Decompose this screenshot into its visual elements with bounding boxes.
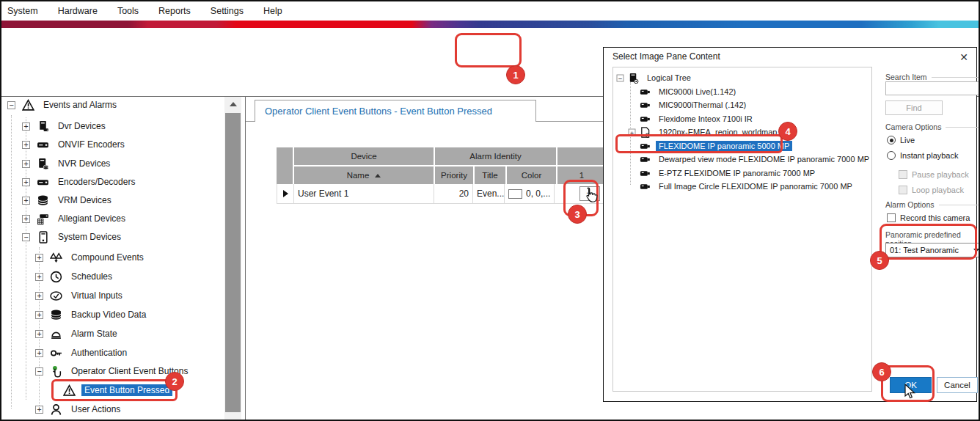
plus-expander-icon[interactable]: + — [22, 215, 30, 223]
annotation-rect-step4 — [615, 134, 783, 153]
cell-event-name[interactable]: User Event 1 — [294, 184, 434, 203]
menu-reports[interactable]: Reports — [158, 6, 191, 16]
plus-expander-icon[interactable]: + — [22, 160, 30, 168]
annotation-badge-step2: 2 — [165, 372, 184, 391]
scrollbar-up-icon[interactable] — [224, 97, 241, 111]
checkbox-icon[interactable] — [899, 186, 907, 194]
row-selector-header — [277, 147, 293, 184]
plus-expander-icon[interactable]: + — [35, 330, 43, 338]
radio-unselected-icon[interactable] — [887, 151, 896, 160]
tree-item-system-devices[interactable]: −System Devices — [3, 227, 224, 246]
tree-item-logical-tree[interactable]: −Logical Tree — [613, 71, 871, 84]
tree-item-label: VRM Devices — [55, 194, 114, 206]
minus-expander-icon[interactable]: − — [7, 101, 15, 109]
tree-item-backup-video-data[interactable]: +Backup Video Data — [3, 305, 224, 324]
minus-expander-icon[interactable]: − — [22, 233, 30, 241]
instant-playback-radio[interactable]: Instant playback — [887, 151, 959, 160]
tree-item-operator-client-event-buttons[interactable]: −Operator Client Event Buttons — [3, 362, 224, 381]
tree-item-label: Allegiant Devices — [55, 213, 128, 224]
content-tab-header[interactable]: Operator Client Event Buttons - Event Bu… — [255, 100, 536, 122]
tree-item-full-image-circle-flexidome-ip-panoramic-7000-mp[interactable]: −Full Image Circle FLEXIDOME IP panorami… — [613, 180, 871, 193]
tree-item-label: Authentication — [68, 347, 130, 359]
plus-expander-icon[interactable]: + — [22, 122, 30, 131]
tree-item-schedules[interactable]: +Schedules — [3, 267, 224, 286]
cell-title[interactable]: Even... — [473, 184, 504, 203]
plus-expander-icon[interactable]: + — [35, 292, 43, 300]
annotation-rect-step1 — [455, 33, 522, 67]
tree-item-label: Dewarped view mode FLEXIDOME IP panorami… — [656, 154, 872, 164]
tree-item-user-actions[interactable]: +User Actions — [3, 400, 224, 419]
menu-settings[interactable]: Settings — [211, 6, 244, 16]
tree-item-mic9000ithermal-142-[interactable]: −MIC9000iThermal (.142) — [613, 98, 871, 111]
column-header-priority[interactable]: Priority — [435, 166, 473, 184]
camera-icon — [639, 87, 651, 98]
menu-tools[interactable]: Tools — [117, 6, 139, 16]
tree-item-encoders-decoders[interactable]: +Encoders/Decoders — [3, 172, 224, 191]
tree-item-allegiant-devices[interactable]: +Allegiant Devices — [3, 209, 224, 228]
color-swatch[interactable] — [508, 189, 522, 199]
tree-item-label: Backup Video Data — [68, 309, 150, 321]
color-value-text: 0, 0,... — [526, 188, 550, 199]
tree-item-events-and-alarms[interactable]: −Events and Alarms — [3, 97, 224, 114]
radio-selected-icon[interactable] — [887, 136, 896, 144]
camera-icon — [639, 114, 651, 125]
plus-expander-icon[interactable]: + — [35, 254, 43, 262]
plus-expander-icon[interactable]: + — [22, 141, 30, 149]
tree-item-e-ptz-flexidome-ip-panoramic-7000-mp[interactable]: −E-PTZ FLEXIDOME IP panoramic 7000 MP — [613, 166, 871, 180]
encoder-device-icon — [35, 137, 50, 152]
virtual-input-icon — [48, 288, 63, 303]
plus-expander-icon[interactable]: + — [22, 178, 30, 186]
plus-expander-icon[interactable]: + — [35, 349, 43, 357]
menu-system[interactable]: System — [7, 6, 38, 16]
menu-help[interactable]: Help — [263, 6, 282, 16]
plus-expander-icon[interactable]: + — [22, 197, 30, 205]
group-header-alarm-identity[interactable]: Alarm Identity — [435, 147, 556, 165]
tree-item-nvr-devices[interactable]: +NVR Devices — [3, 154, 224, 173]
tree-item-onvif-encoders[interactable]: +ONVIF Encoders — [3, 135, 224, 154]
minus-expander-icon[interactable]: − — [35, 367, 43, 376]
minus-expander-icon[interactable]: − — [617, 74, 624, 81]
tree-item-alarm-state[interactable]: +Alarm State — [3, 324, 224, 343]
dialog-close-icon[interactable]: ✕ — [957, 51, 970, 64]
group-header-device[interactable]: Device — [294, 147, 434, 165]
checkbox-icon[interactable] — [887, 213, 896, 222]
dialog-title: Select Image Pane Content — [612, 51, 720, 62]
cell-color[interactable]: 0, 0,... — [505, 184, 554, 203]
tree-item-compound-events[interactable]: +Compound Events — [3, 248, 224, 267]
pause-playback-checkbox[interactable]: Pause playback — [899, 170, 969, 179]
tree-item-flexidome-inteox-7100i-ir[interactable]: −Flexidome Inteox 7100i IR — [613, 112, 871, 125]
tree-item-label: Compound Events — [68, 252, 147, 263]
tree-item-dvr-devices[interactable]: +Dvr Devices — [3, 117, 224, 136]
content-tab-title: Operator Client Event Buttons - Event Bu… — [265, 106, 492, 117]
loop-playback-checkbox[interactable]: Loop playback — [899, 186, 964, 194]
nvr-device-icon — [35, 156, 50, 171]
matrix-device-icon — [35, 211, 50, 226]
column-header-color[interactable]: Color — [507, 166, 556, 184]
column-header-name[interactable]: Name — [294, 166, 434, 184]
cancel-button[interactable]: Cancel — [937, 377, 978, 393]
tree-item-virtual-inputs[interactable]: +Virtual Inputs — [3, 286, 224, 305]
column-header-title[interactable]: Title — [475, 166, 505, 184]
scrollbar-thumb[interactable] — [225, 113, 241, 412]
tree-item-dewarped-view-mode-flexidome-ip-panoramic-7000-mp[interactable]: −Dewarped view mode FLEXIDOME IP panoram… — [613, 153, 871, 166]
annotation-badge-step5: 5 — [870, 251, 889, 270]
tree-item-authentication[interactable]: +Authentication — [3, 343, 224, 362]
checkbox-icon[interactable] — [899, 170, 907, 179]
tree-item-mic9000i-live-1-142-[interactable]: −MIC9000i Live(1.142) — [613, 85, 871, 98]
hand-click-icon — [48, 364, 63, 378]
search-input[interactable] — [885, 81, 980, 95]
tree-item-vrm-devices[interactable]: +VRM Devices — [3, 191, 224, 210]
find-button[interactable]: Find — [885, 100, 943, 115]
menu-hardware[interactable]: Hardware — [58, 6, 98, 16]
tree-item-label: NVR Devices — [55, 158, 113, 169]
camera-options-group: Camera Options — [885, 122, 980, 131]
plus-expander-icon[interactable]: + — [35, 273, 43, 281]
record-this-camera-checkbox[interactable]: Record this camera — [887, 213, 970, 222]
live-radio[interactable]: Live — [887, 136, 915, 144]
tree-scrollbar[interactable] — [224, 97, 241, 421]
alarm-options-label: Alarm Options — [885, 200, 935, 209]
plus-expander-icon[interactable]: + — [35, 311, 43, 319]
cell-priority[interactable]: 20 — [434, 184, 472, 203]
plus-expander-icon[interactable]: + — [35, 406, 43, 414]
annotation-rect-step2 — [51, 379, 178, 401]
